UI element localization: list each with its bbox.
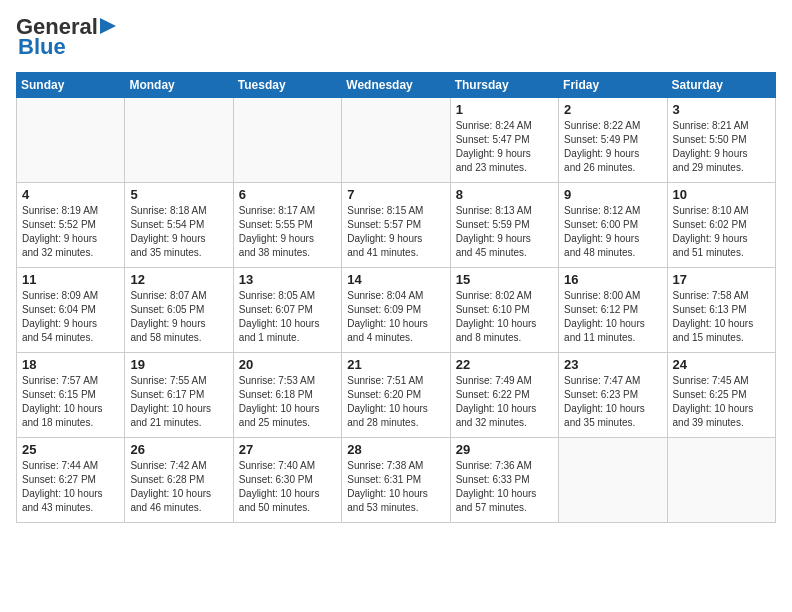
calendar-cell [559,438,667,523]
day-info: Sunrise: 8:21 AM Sunset: 5:50 PM Dayligh… [673,119,770,175]
day-info: Sunrise: 7:36 AM Sunset: 6:33 PM Dayligh… [456,459,553,515]
calendar-cell [17,98,125,183]
day-info: Sunrise: 8:12 AM Sunset: 6:00 PM Dayligh… [564,204,661,260]
calendar-cell [125,98,233,183]
header-sunday: Sunday [17,73,125,98]
day-number: 11 [22,272,119,287]
calendar-cell [667,438,775,523]
calendar-cell: 6Sunrise: 8:17 AM Sunset: 5:55 PM Daylig… [233,183,341,268]
calendar-cell: 8Sunrise: 8:13 AM Sunset: 5:59 PM Daylig… [450,183,558,268]
day-number: 8 [456,187,553,202]
calendar-cell: 24Sunrise: 7:45 AM Sunset: 6:25 PM Dayli… [667,353,775,438]
logo-blue-text: Blue [18,34,66,60]
day-info: Sunrise: 8:17 AM Sunset: 5:55 PM Dayligh… [239,204,336,260]
header-friday: Friday [559,73,667,98]
day-number: 19 [130,357,227,372]
calendar-cell: 13Sunrise: 8:05 AM Sunset: 6:07 PM Dayli… [233,268,341,353]
day-number: 7 [347,187,444,202]
day-info: Sunrise: 8:04 AM Sunset: 6:09 PM Dayligh… [347,289,444,345]
day-info: Sunrise: 7:42 AM Sunset: 6:28 PM Dayligh… [130,459,227,515]
calendar-cell: 14Sunrise: 8:04 AM Sunset: 6:09 PM Dayli… [342,268,450,353]
header-saturday: Saturday [667,73,775,98]
day-number: 18 [22,357,119,372]
day-info: Sunrise: 8:13 AM Sunset: 5:59 PM Dayligh… [456,204,553,260]
day-info: Sunrise: 8:00 AM Sunset: 6:12 PM Dayligh… [564,289,661,345]
day-number: 20 [239,357,336,372]
calendar-cell [342,98,450,183]
day-number: 3 [673,102,770,117]
day-info: Sunrise: 8:10 AM Sunset: 6:02 PM Dayligh… [673,204,770,260]
calendar-header-row: SundayMondayTuesdayWednesdayThursdayFrid… [17,73,776,98]
day-number: 24 [673,357,770,372]
day-info: Sunrise: 8:19 AM Sunset: 5:52 PM Dayligh… [22,204,119,260]
day-info: Sunrise: 8:07 AM Sunset: 6:05 PM Dayligh… [130,289,227,345]
day-number: 9 [564,187,661,202]
calendar-cell: 22Sunrise: 7:49 AM Sunset: 6:22 PM Dayli… [450,353,558,438]
day-number: 29 [456,442,553,457]
day-number: 15 [456,272,553,287]
week-row-1: 1Sunrise: 8:24 AM Sunset: 5:47 PM Daylig… [17,98,776,183]
calendar-cell: 3Sunrise: 8:21 AM Sunset: 5:50 PM Daylig… [667,98,775,183]
day-number: 2 [564,102,661,117]
day-info: Sunrise: 7:55 AM Sunset: 6:17 PM Dayligh… [130,374,227,430]
logo-arrow-icon [100,16,120,36]
calendar-cell: 20Sunrise: 7:53 AM Sunset: 6:18 PM Dayli… [233,353,341,438]
calendar-cell: 15Sunrise: 8:02 AM Sunset: 6:10 PM Dayli… [450,268,558,353]
day-number: 23 [564,357,661,372]
calendar-cell: 23Sunrise: 7:47 AM Sunset: 6:23 PM Dayli… [559,353,667,438]
calendar-cell [233,98,341,183]
day-number: 16 [564,272,661,287]
header-wednesday: Wednesday [342,73,450,98]
week-row-4: 18Sunrise: 7:57 AM Sunset: 6:15 PM Dayli… [17,353,776,438]
day-number: 21 [347,357,444,372]
day-info: Sunrise: 8:02 AM Sunset: 6:10 PM Dayligh… [456,289,553,345]
day-info: Sunrise: 7:58 AM Sunset: 6:13 PM Dayligh… [673,289,770,345]
header-tuesday: Tuesday [233,73,341,98]
day-number: 17 [673,272,770,287]
day-number: 25 [22,442,119,457]
day-info: Sunrise: 7:44 AM Sunset: 6:27 PM Dayligh… [22,459,119,515]
calendar-cell: 12Sunrise: 8:07 AM Sunset: 6:05 PM Dayli… [125,268,233,353]
svg-marker-0 [100,18,116,34]
week-row-2: 4Sunrise: 8:19 AM Sunset: 5:52 PM Daylig… [17,183,776,268]
day-number: 1 [456,102,553,117]
day-info: Sunrise: 8:18 AM Sunset: 5:54 PM Dayligh… [130,204,227,260]
day-number: 28 [347,442,444,457]
day-info: Sunrise: 7:57 AM Sunset: 6:15 PM Dayligh… [22,374,119,430]
day-number: 5 [130,187,227,202]
calendar-cell: 18Sunrise: 7:57 AM Sunset: 6:15 PM Dayli… [17,353,125,438]
calendar-table: SundayMondayTuesdayWednesdayThursdayFrid… [16,72,776,523]
day-number: 14 [347,272,444,287]
calendar-cell: 21Sunrise: 7:51 AM Sunset: 6:20 PM Dayli… [342,353,450,438]
calendar-cell: 25Sunrise: 7:44 AM Sunset: 6:27 PM Dayli… [17,438,125,523]
day-number: 13 [239,272,336,287]
calendar-cell: 11Sunrise: 8:09 AM Sunset: 6:04 PM Dayli… [17,268,125,353]
day-number: 12 [130,272,227,287]
calendar-cell: 5Sunrise: 8:18 AM Sunset: 5:54 PM Daylig… [125,183,233,268]
day-number: 27 [239,442,336,457]
calendar-cell: 27Sunrise: 7:40 AM Sunset: 6:30 PM Dayli… [233,438,341,523]
logo: General Blue [16,16,120,60]
calendar-cell: 17Sunrise: 7:58 AM Sunset: 6:13 PM Dayli… [667,268,775,353]
calendar-cell: 9Sunrise: 8:12 AM Sunset: 6:00 PM Daylig… [559,183,667,268]
day-info: Sunrise: 8:05 AM Sunset: 6:07 PM Dayligh… [239,289,336,345]
day-number: 10 [673,187,770,202]
calendar-cell: 1Sunrise: 8:24 AM Sunset: 5:47 PM Daylig… [450,98,558,183]
calendar-cell: 28Sunrise: 7:38 AM Sunset: 6:31 PM Dayli… [342,438,450,523]
calendar-cell: 7Sunrise: 8:15 AM Sunset: 5:57 PM Daylig… [342,183,450,268]
calendar-cell: 16Sunrise: 8:00 AM Sunset: 6:12 PM Dayli… [559,268,667,353]
header-monday: Monday [125,73,233,98]
page-header: General Blue [16,16,776,60]
week-row-3: 11Sunrise: 8:09 AM Sunset: 6:04 PM Dayli… [17,268,776,353]
day-number: 26 [130,442,227,457]
calendar-cell: 4Sunrise: 8:19 AM Sunset: 5:52 PM Daylig… [17,183,125,268]
calendar-cell: 19Sunrise: 7:55 AM Sunset: 6:17 PM Dayli… [125,353,233,438]
calendar-cell: 10Sunrise: 8:10 AM Sunset: 6:02 PM Dayli… [667,183,775,268]
day-info: Sunrise: 7:38 AM Sunset: 6:31 PM Dayligh… [347,459,444,515]
calendar-cell: 26Sunrise: 7:42 AM Sunset: 6:28 PM Dayli… [125,438,233,523]
day-number: 4 [22,187,119,202]
day-info: Sunrise: 7:45 AM Sunset: 6:25 PM Dayligh… [673,374,770,430]
day-info: Sunrise: 8:24 AM Sunset: 5:47 PM Dayligh… [456,119,553,175]
header-thursday: Thursday [450,73,558,98]
day-info: Sunrise: 7:47 AM Sunset: 6:23 PM Dayligh… [564,374,661,430]
